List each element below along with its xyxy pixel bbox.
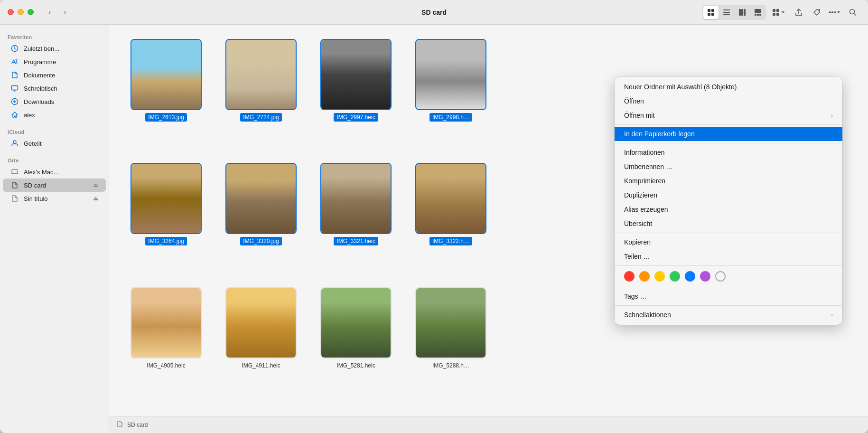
svg-rect-11 — [755, 14, 756, 16]
color-dots-row — [615, 268, 842, 285]
chevron-right-icon: › — [831, 112, 833, 119]
menu-item-label: Tags … — [624, 292, 833, 300]
menu-item-tags[interactable]: Tags … — [615, 289, 842, 303]
sidebar-item-sintitulo[interactable]: Sin título ⏏ — [3, 192, 106, 205]
menu-separator — [615, 305, 842, 306]
menu-item-open[interactable]: Öffnen — [615, 94, 842, 108]
view-grid-button[interactable] — [703, 6, 719, 19]
sidebar-item-downloads[interactable]: Downloads — [3, 95, 106, 108]
color-dot-yellow[interactable] — [654, 271, 665, 282]
menu-item-label: Kopieren — [624, 238, 833, 246]
file-item[interactable]: IMG_4911.heic — [218, 287, 304, 402]
menu-item-alias[interactable]: Alias erzeugen — [615, 202, 842, 216]
menu-item-copy[interactable]: Kopieren — [615, 235, 842, 249]
forward-button[interactable]: › — [58, 6, 72, 19]
sidebar-section-favoriten: Favoriten — [0, 30, 109, 42]
file-item[interactable]: IMG_5281.heic — [313, 287, 399, 402]
menu-item-overview[interactable]: Übersicht — [615, 216, 842, 231]
svg-rect-21 — [12, 86, 18, 90]
color-dot-orange[interactable] — [639, 271, 650, 282]
sidebar-item-dokumente[interactable]: Dokumente — [3, 68, 106, 82]
file-thumbnail — [415, 163, 486, 234]
sidebar-item-label: Programme — [24, 58, 56, 66]
document-icon — [10, 71, 19, 79]
menu-item-open-with[interactable]: Öffnen mit › — [615, 108, 842, 122]
sidebar-item-alex[interactable]: alex — [3, 108, 106, 122]
sidebar-section-icloud: iCloud — [0, 125, 109, 137]
file-item[interactable]: IMG_3322.h… — [408, 163, 494, 277]
menu-item-compress[interactable]: Komprimieren — [615, 174, 842, 188]
menu-item-trash[interactable]: In den Papierkorb legen — [615, 127, 842, 141]
file-item[interactable]: IMG_2613.jpg — [123, 39, 209, 153]
view-list-button[interactable] — [719, 6, 734, 19]
back-button[interactable]: ‹ — [43, 6, 56, 19]
menu-item-schnellaktionen[interactable]: Schnellaktionen › — [615, 308, 842, 322]
more-button[interactable]: ••• — [827, 5, 842, 20]
desktop-icon — [10, 84, 19, 93]
eject-sdcard-button[interactable]: ⏏ — [93, 182, 98, 188]
sidebar-item-sdcard[interactable]: SD card ⏏ — [3, 179, 106, 192]
menu-separator — [615, 124, 842, 125]
sidebar-item-schreibtisch[interactable]: Schreibtisch — [3, 82, 106, 95]
menu-item-share[interactable]: Teilen … — [615, 249, 842, 264]
sidebar-item-programme[interactable]: Programme — [3, 55, 106, 68]
menu-item-new-folder[interactable]: Neuer Ordner mit Auswahl (8 Objekte) — [615, 80, 842, 94]
maximize-button[interactable] — [28, 9, 34, 15]
file-item[interactable]: IMG_2997.heic — [313, 39, 399, 153]
menu-item-rename[interactable]: Umbenennen … — [615, 160, 842, 174]
file-item[interactable]: IMG_3320.jpg — [218, 163, 304, 277]
file-item[interactable]: IMG_2998.h… — [408, 39, 494, 153]
file-item[interactable]: IMG_2724.jpg — [218, 39, 304, 153]
tag-button[interactable] — [809, 5, 824, 20]
file-name: IMG_3321.heic — [334, 237, 378, 245]
file-name: IMG_5288.h… — [429, 361, 472, 370]
menu-separator — [615, 287, 842, 287]
view-gallery-button[interactable] — [750, 6, 765, 19]
context-menu: Neuer Ordner mit Auswahl (8 Objekte) Öff… — [615, 77, 842, 325]
sidebar-item-zuletzt[interactable]: Zuletzt ben... — [3, 42, 106, 55]
file-item[interactable]: IMG_3264.jpg — [123, 163, 209, 277]
group-button[interactable] — [769, 7, 788, 18]
svg-rect-24 — [12, 169, 18, 173]
file-name: IMG_4905.heic — [144, 361, 188, 370]
svg-rect-9 — [744, 9, 746, 16]
color-dot-red[interactable] — [624, 271, 635, 282]
file-item[interactable]: IMG_3321.heic — [313, 163, 399, 277]
menu-item-label: Öffnen mit — [624, 112, 831, 119]
window-title: SD card — [421, 9, 447, 16]
file-thumbnail — [415, 287, 486, 358]
eject-sintitulo-button[interactable]: ⏏ — [93, 195, 98, 202]
sidebar-item-alexmac[interactable]: Alex's Mac... — [3, 165, 106, 179]
share-button[interactable] — [791, 5, 806, 20]
clock-icon — [10, 44, 19, 53]
minimize-button[interactable] — [18, 9, 24, 15]
file-name: IMG_2613.jpg — [145, 113, 187, 122]
color-dot-gray[interactable] — [715, 271, 726, 282]
menu-item-label: Öffnen — [624, 97, 833, 105]
file-thumbnail — [131, 39, 202, 110]
menu-item-label: Neuer Ordner mit Auswahl (8 Objekte) — [624, 83, 833, 91]
sidebar-item-geteilt[interactable]: Geteilt — [3, 137, 106, 150]
menu-item-info[interactable]: Informationen — [615, 145, 842, 160]
file-name: IMG_4911.heic — [239, 361, 283, 370]
svg-point-23 — [13, 141, 16, 143]
content-area: IMG_2613.jpg IMG_2724.jpg IMG_2997.heic — [109, 25, 868, 433]
programme-icon — [10, 57, 19, 66]
svg-rect-17 — [776, 13, 779, 16]
svg-rect-2 — [708, 13, 710, 16]
file-item[interactable]: IMG_5288.h… — [408, 287, 494, 402]
menu-item-duplicate[interactable]: Duplizieren — [615, 188, 842, 202]
search-button[interactable] — [845, 5, 860, 20]
file-item[interactable]: IMG_4905.heic — [123, 287, 209, 402]
menu-item-label: Übersicht — [624, 220, 833, 227]
svg-rect-4 — [723, 9, 730, 10]
color-dot-blue[interactable] — [685, 271, 695, 282]
close-button[interactable] — [8, 9, 14, 15]
finder-window: ‹ › SD card — [0, 0, 868, 433]
sidebar-item-label: Alex's Mac... — [24, 169, 58, 176]
sidebar-item-label: Sin título — [24, 195, 48, 202]
view-column-button[interactable] — [735, 6, 750, 19]
sidebar-item-label: SD card — [24, 182, 46, 189]
color-dot-green[interactable] — [670, 271, 680, 282]
color-dot-purple[interactable] — [700, 271, 710, 282]
